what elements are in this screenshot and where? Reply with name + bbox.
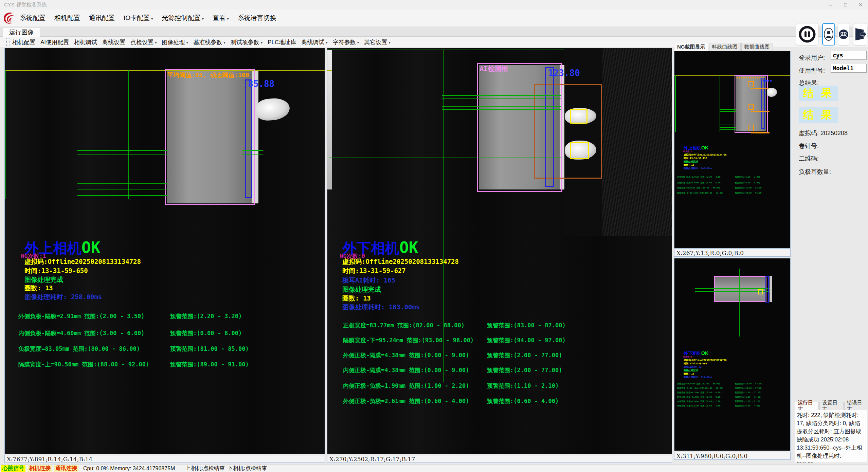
width-measure-box <box>545 67 554 187</box>
menu-item-system-config[interactable]: 系统配置 <box>20 14 46 22</box>
result-box-bottom: 结 果 <box>799 107 838 123</box>
chevron-down-icon <box>357 39 359 46</box>
toolbar-item-ai-config[interactable]: AI使用配置 <box>40 38 69 46</box>
ai-tab-label <box>751 132 770 133</box>
width-measure-box <box>765 276 769 303</box>
toolbar-item-test-params[interactable]: 测试项参数 <box>231 38 263 46</box>
guide-line <box>675 75 676 132</box>
measurement-row: 负极宽度=83.05mm 范围:(80.00 - 86.00) 预警范围:(81… <box>5 345 325 352</box>
measurement-row: 正极宽度=84.05mm 范围:(82.00 - 88.00) 预警范围:(83… <box>674 382 790 385</box>
tab-settings-log[interactable]: 设置日志 <box>819 402 843 410</box>
ai-elapsed: 极耳AI耗时: 165 <box>342 276 395 285</box>
ng-bottom-pixel-status: X:311;Y:980;R:0;G:0;B:0 <box>674 452 791 460</box>
ai-tab-label <box>751 111 770 112</box>
guide-line <box>720 127 736 128</box>
reel-number-label: 卷针号: <box>799 142 819 150</box>
process-elapsed: 图像处理耗时: 183.00ms <box>342 303 420 312</box>
qr-code-label: 二维码: <box>799 155 819 163</box>
ng-top-pixel-status: X:267;Y:13;R:0;G:0;B:0 <box>674 249 791 257</box>
guide-line <box>77 154 167 155</box>
toolbar-item-baseline-params[interactable]: 基准线参数 <box>193 38 225 46</box>
ai-box-label: AI检测框 <box>480 64 508 73</box>
tab-run-image[interactable]: 运行图像 <box>3 27 40 37</box>
tab-foil-blob <box>255 97 290 122</box>
width-measure-value: 85.88 <box>248 79 274 89</box>
menu-item-comm-config[interactable]: 通讯配置 <box>89 14 115 22</box>
menu-item-io-card-config[interactable]: IO卡配置 <box>124 14 153 22</box>
guide-line <box>442 106 561 107</box>
width-measure-box <box>761 78 765 129</box>
process-elapsed: 图像处理耗时: 258.00ms <box>24 293 102 302</box>
tab-foil-blob <box>767 88 777 97</box>
right-camera-view[interactable]: AI检测框 123.80 外下相机OK NG次数:0 虚拟码:Offline20… <box>327 48 672 454</box>
toolbar-item-offline-debug[interactable]: 离线调试 <box>301 38 328 46</box>
virtual-code: 虚拟码:Offline20250208133134728 <box>684 153 726 157</box>
guide-line <box>77 189 167 189</box>
menu-item-camera-config[interactable]: 相机配置 <box>54 14 80 22</box>
tab-row: 运行图像 <box>0 26 868 37</box>
app-logo-icon <box>1 11 17 25</box>
right-pixel-status: X:270;Y:2502;R:17;G:17;B:17 <box>327 455 672 463</box>
menu-item-language-switch[interactable]: 系统语言切换 <box>238 14 276 22</box>
ai-tab-box <box>748 125 754 131</box>
ng-preview-top[interactable]: 外上相机OK NG次数:1 虚拟码:Offline202502081331347… <box>674 51 791 249</box>
tab-run-log[interactable]: 运行日志 <box>795 402 819 410</box>
guide-line <box>739 269 740 337</box>
user-icon <box>824 27 834 42</box>
pause-button[interactable] <box>796 23 818 46</box>
guide-line <box>128 70 129 199</box>
toolbar-item-offline-settings[interactable]: 离线设置 <box>102 38 125 46</box>
toolbar-item-spot-check[interactable]: 点检设置 <box>130 38 157 46</box>
measurement-row: 内侧正极-负极=1.90mm 范围:(1.00 - 2.20) 预警范围:(1.… <box>674 400 790 403</box>
threshold-overlay-mini <box>737 77 764 78</box>
menu-item-view[interactable]: 查看 <box>213 14 229 22</box>
virtual-code: 虚拟码:Offline20250208133134728 <box>24 257 141 266</box>
logout-button[interactable] <box>853 23 867 46</box>
login-user-input[interactable] <box>831 51 867 60</box>
close-icon[interactable]: ✕ <box>853 0 868 10</box>
toolbar-item-plc-address[interactable]: PLC地址库 <box>268 38 296 46</box>
measurement-row: 外侧正极-隔膜=4.38mm 范围:(0.00 - 9.00) 预警范围:(2.… <box>674 391 790 394</box>
toolbar-item-other-settings[interactable]: 其它设置 <box>364 38 391 46</box>
ai-region-box <box>165 69 255 205</box>
measurement-row: 内侧正极-隔膜=4.38mm 范围:(0.00 - 9.00) 预警范围:(2.… <box>674 396 790 399</box>
statusbar: 心跳信号 相机连接 通讯连接 Cpu: 0.0% Memory: 3424.41… <box>0 465 868 472</box>
model-input[interactable] <box>831 64 867 73</box>
toolbar-item-char-params[interactable]: 字符参数 <box>333 38 359 46</box>
maximize-icon[interactable]: □ <box>838 0 853 10</box>
toolbar-item-camera-debug[interactable]: 相机调试 <box>74 38 97 46</box>
chevron-down-icon <box>202 14 204 22</box>
model-label: 使用型号: <box>799 67 825 75</box>
user-management-button[interactable] <box>838 23 849 46</box>
menubar: 系统配置 相机配置 通讯配置 IO卡配置 光源控制配置 查看 系统语言切换 <box>0 10 868 26</box>
measurement-row: 隔膜宽度-下=95.10mm 范围:(93.00 - 98.00) 预警范围:(… <box>674 387 790 390</box>
capture-time: 时间:13-31-59-650 <box>24 267 88 275</box>
tab-data-curve[interactable]: 数据曲线图 <box>741 43 773 51</box>
toolbar-item-camera-config[interactable]: 相机配置 <box>12 38 35 46</box>
measurement-row: 外侧正极-负极=2.61mm 范围:(0.60 - 4.00) 预警范围:(0.… <box>674 404 790 407</box>
ai-tab-box <box>748 81 754 87</box>
current-user-button[interactable] <box>822 23 835 46</box>
virtual-code-label: 虚拟码: 20250208 <box>799 129 848 137</box>
menu-item-light-config[interactable]: 光源控制配置 <box>162 14 204 22</box>
tab-ng-screenshot[interactable]: NG截图显示 <box>674 43 708 51</box>
width-measure-value: 123.80 <box>548 68 580 78</box>
virtual-code: 虚拟码:Offline20250208133134728 <box>342 257 459 266</box>
tab-line-curve[interactable]: 料线曲线图 <box>709 43 741 51</box>
measurement-row: 内侧负极-隔膜=4.60mm 范围:(3.00 - 6.00) 预警范围:(0.… <box>5 329 325 337</box>
measurement-row: 隔膜宽度-上=90.56mm 范围:(88.00 - 92.00) 预警范围:(… <box>674 192 790 195</box>
left-camera-view[interactable]: 平均阈值:93, 动态阈值:100 85.88 外上相机OK NG次数:1 虚拟… <box>4 48 325 454</box>
run-log-text: 耗时: 222, 缺陷检测耗时: 17, 缺陷分类耗时: 0, 缺陷提取分区耗时… <box>795 410 867 463</box>
tab-error-log[interactable]: 错误日志 <box>844 402 868 410</box>
guide-line <box>329 158 562 158</box>
process-elapsed: 图像处理耗时: 219.00ms <box>684 376 712 379</box>
chevron-down-icon <box>227 14 229 22</box>
ng-preview-bottom[interactable]: 外下相机OK NG次数:0 虚拟码:Offline202502081331347… <box>674 258 791 451</box>
threshold-overlay: 平均阈值:93, 动态阈值:100 <box>167 71 249 79</box>
guide-line <box>720 125 736 125</box>
toolbar-item-image-processing[interactable]: 图像处理 <box>162 38 188 46</box>
minimize-icon[interactable]: – <box>823 0 838 10</box>
chevron-down-icon <box>151 14 153 22</box>
guide-line <box>442 109 561 110</box>
toolbar-grip[interactable] <box>6 38 10 46</box>
